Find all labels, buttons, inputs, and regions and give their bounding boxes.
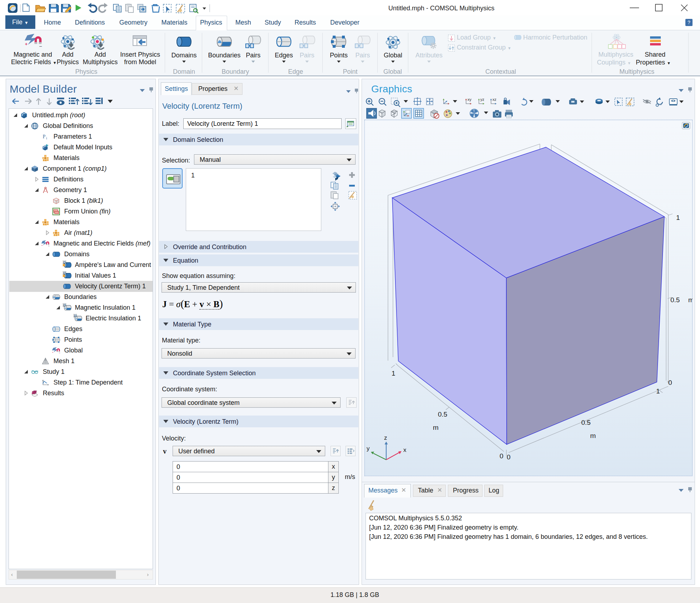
svg-text:1: 1 <box>656 387 660 395</box>
svg-text:x: x <box>403 447 407 453</box>
svg-text:xy: xy <box>467 97 472 102</box>
svg-text:y: y <box>367 445 370 452</box>
svg-text:1: 1 <box>392 370 395 377</box>
svg-text:0: 0 <box>507 453 511 461</box>
svg-text:1: 1 <box>676 214 680 221</box>
svg-text:m: m <box>590 432 596 439</box>
svg-text:0.5: 0.5 <box>438 411 447 418</box>
svg-text:xz: xz <box>492 97 496 102</box>
svg-text:0: 0 <box>500 452 504 460</box>
svg-text:yz: yz <box>480 97 484 102</box>
svg-text:z: z <box>384 434 387 441</box>
svg-text:0: 0 <box>668 379 672 386</box>
svg-text:0.5: 0.5 <box>670 296 680 304</box>
svg-text:m: m <box>688 296 693 304</box>
svg-text:0.5: 0.5 <box>581 419 591 426</box>
svg-text:m: m <box>433 424 439 431</box>
